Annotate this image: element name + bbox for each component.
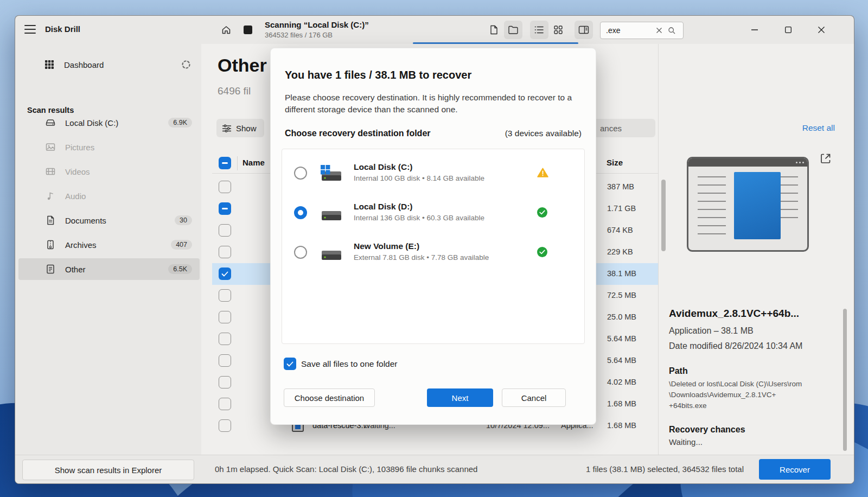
- device-name: Local Disk (D:): [354, 202, 413, 212]
- maximize-button[interactable]: [776, 16, 801, 44]
- drive-icon: [319, 204, 343, 222]
- sidebar-item-archives[interactable]: Archives 407: [18, 234, 200, 256]
- sidebar-item-label: Audio: [65, 192, 200, 201]
- grid-view-button[interactable]: [549, 21, 567, 39]
- stop-scan-button[interactable]: [244, 26, 252, 34]
- details-scrollbar[interactable]: [843, 309, 847, 451]
- file-icon: [489, 24, 499, 35]
- recovery-destination-dialog: You have 1 files / 38.1 MB to recover Pl…: [270, 48, 596, 425]
- home-button[interactable]: [217, 21, 235, 39]
- header-separator: [237, 156, 238, 170]
- minimize-button[interactable]: [742, 16, 767, 44]
- details-panel: Avidemux_2.8.1VC++64b... Application – 3…: [659, 44, 854, 455]
- row-checkbox[interactable]: [219, 202, 231, 215]
- name-column-header[interactable]: Name: [242, 158, 265, 167]
- row-checkbox[interactable]: [219, 246, 231, 258]
- device-name: Local Disk (C:): [354, 162, 413, 172]
- save-to-one-folder-option[interactable]: Save all files to one folder: [284, 358, 398, 370]
- side-panel-icon: [578, 26, 589, 34]
- app-title: Disk Drill: [45, 24, 80, 34]
- next-button[interactable]: Next: [427, 388, 493, 407]
- search-icon[interactable]: [668, 27, 676, 35]
- drive-icon: [319, 244, 343, 262]
- cancel-button[interactable]: Cancel: [502, 388, 566, 407]
- row-checkbox[interactable]: [219, 354, 231, 367]
- row-size: 1.68 MB: [607, 421, 636, 430]
- search-input[interactable]: [601, 26, 653, 35]
- ok-icon: [537, 247, 548, 258]
- row-size: 229 KB: [607, 247, 633, 256]
- save-to-one-folder-checkbox[interactable]: [284, 358, 296, 370]
- pictures-icon: [45, 142, 56, 152]
- recovery-chances-value: Waiting...: [669, 437, 703, 447]
- count-badge: 6.5K: [168, 264, 192, 274]
- sidebar-item-local-disk-c[interactable]: Local Disk (C:) 6.9K: [18, 112, 200, 133]
- row-size: 38.1 MB: [607, 269, 636, 278]
- row-checkbox[interactable]: [219, 419, 231, 432]
- sidebar-item-label: Local Disk (C:): [65, 118, 168, 128]
- panel-view-button[interactable]: [575, 21, 593, 39]
- device-radio[interactable]: [294, 246, 307, 259]
- recover-button[interactable]: Recover: [759, 459, 831, 480]
- device-info: Internal 136 GB disk • 60.3 GB available: [354, 214, 484, 222]
- size-column-header[interactable]: Size: [607, 158, 623, 167]
- sidebar-item-label: Other: [65, 265, 168, 274]
- row-size: 1.71 GB: [607, 204, 636, 213]
- show-filter-label: Show: [236, 124, 257, 133]
- device-radio-selected[interactable]: [294, 206, 307, 219]
- device-name: New Volume (E:): [354, 241, 419, 251]
- device-info: Internal 100 GB disk • 8.14 GB available: [354, 174, 484, 182]
- open-preview-button[interactable]: [820, 152, 833, 165]
- clear-search-icon[interactable]: [656, 27, 662, 34]
- preview-app-panel: [734, 172, 781, 239]
- device-radio[interactable]: [294, 167, 307, 180]
- sidebar-item-label: Pictures: [65, 143, 200, 152]
- scan-title: Scanning “Local Disk (C:)”: [265, 20, 369, 29]
- hamburger-menu-icon[interactable]: [24, 25, 36, 34]
- row-size: 5.64 MB: [607, 356, 636, 365]
- close-button[interactable]: [809, 16, 834, 44]
- warning-icon: [537, 168, 548, 179]
- sidebar-item-other[interactable]: Other 6.5K: [18, 258, 200, 280]
- device-row-new-volume-e[interactable]: New Volume (E:) External 7.81 GB disk • …: [282, 233, 584, 272]
- external-link-icon: [820, 152, 832, 164]
- dialog-description: Please choose recovery destination. It i…: [285, 92, 572, 116]
- sidebar-item-videos: Videos: [18, 161, 200, 182]
- close-icon: [818, 27, 825, 33]
- folder-view-button[interactable]: [504, 21, 522, 39]
- file-name: Avidemux_2.8.1VC++64b...: [669, 308, 799, 320]
- select-all-checkbox[interactable]: [219, 157, 231, 169]
- scan-subtitle: 364532 files / 176 GB: [265, 31, 333, 39]
- device-row-local-disk-d[interactable]: Local Disk (D:) Internal 136 GB disk • 6…: [282, 193, 584, 233]
- row-checkbox[interactable]: [219, 333, 231, 345]
- row-size: 25.0 MB: [607, 313, 636, 321]
- sidebar-item-dashboard[interactable]: Dashboard: [18, 54, 200, 75]
- row-checkbox[interactable]: [219, 311, 231, 323]
- sidebar-item-documents[interactable]: Documents 30: [18, 209, 200, 231]
- row-checkbox[interactable]: [219, 267, 231, 280]
- file-view-button[interactable]: [484, 21, 503, 39]
- count-badge: 30: [175, 215, 192, 225]
- destination-folder-label: Choose recovery destination folder: [285, 129, 431, 138]
- videos-icon: [45, 166, 56, 177]
- list-view-button[interactable]: [530, 21, 548, 39]
- row-checkbox[interactable]: [219, 224, 231, 237]
- grid-icon: [553, 25, 563, 35]
- devices-available-label: (3 devices available): [505, 129, 582, 138]
- file-preview-thumbnail: [687, 157, 809, 252]
- show-in-explorer-button[interactable]: Show scan results in Explorer: [22, 460, 194, 480]
- search-box: [600, 22, 684, 39]
- choose-destination-button[interactable]: Choose destination: [284, 388, 375, 407]
- file-path: \Deleted or lost\Local Disk (C)\Users\ro…: [669, 379, 802, 411]
- audio-icon: [45, 190, 56, 201]
- show-filter-button[interactable]: Show: [216, 119, 264, 137]
- page-subtitle: 6496 fil: [218, 85, 251, 97]
- count-badge: 6.9K: [168, 118, 192, 128]
- row-checkbox[interactable]: [219, 376, 231, 388]
- device-row-local-disk-c[interactable]: Local Disk (C:) Internal 100 GB disk • 8…: [282, 154, 584, 193]
- filter-chip-label: ances: [600, 124, 622, 133]
- row-checkbox[interactable]: [219, 181, 231, 193]
- ok-icon: [537, 207, 548, 218]
- row-checkbox[interactable]: [219, 398, 231, 410]
- row-checkbox[interactable]: [219, 289, 231, 302]
